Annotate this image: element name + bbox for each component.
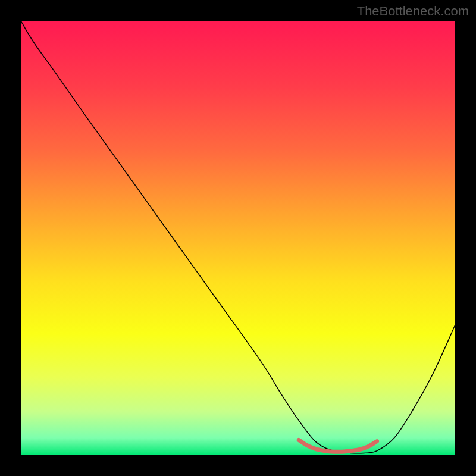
optimal-region-marker-line [299,440,377,452]
watermark-label: TheBottleneck.com [357,4,469,19]
chart-curves [21,21,455,455]
bottleneck-curve-line [21,21,455,453]
chart-plot-area [21,21,455,455]
